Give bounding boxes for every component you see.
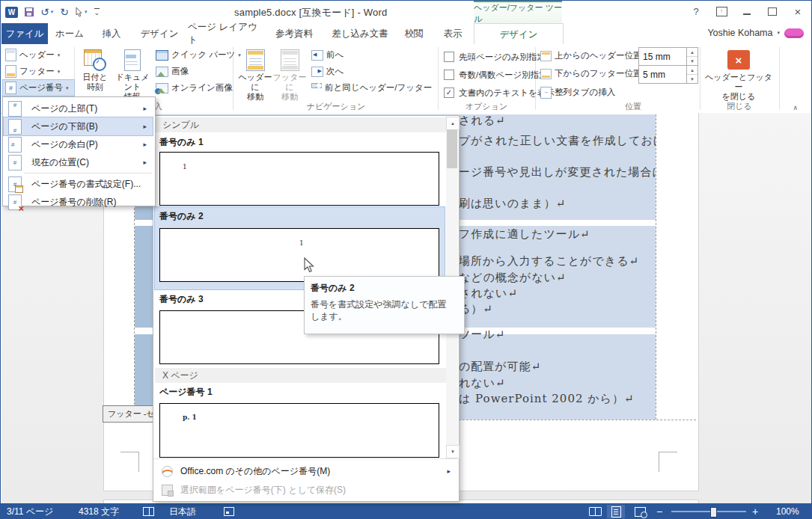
save-button[interactable]	[25, 7, 34, 16]
footer-position-spinner[interactable]: 5 mm ▲ ▼	[638, 65, 698, 84]
menu-item-top-of-page[interactable]: ページの上部(T) ▸	[4, 99, 153, 117]
header-position-spinner[interactable]: 15 mm ▲ ▼	[638, 47, 698, 66]
tab-mailings[interactable]: 差し込み文書	[326, 23, 394, 44]
tab-view[interactable]: 表示	[433, 23, 472, 44]
goto-header-button[interactable]: ヘッダーに 移動	[237, 46, 273, 108]
different-first-page-checkbox[interactable]: 先頭ページのみ別指定	[444, 50, 546, 64]
menu-item-label: ページ番号の削除(R)	[31, 196, 117, 209]
tab-design[interactable]: デザイン	[134, 23, 185, 44]
checkbox-unchecked[interactable]	[444, 70, 454, 80]
zoom-out-button[interactable]: −	[656, 503, 662, 519]
menu-item-remove-page-numbers[interactable]: ページ番号の削除(R)	[4, 193, 153, 211]
menu-item-page-margins[interactable]: ページの余白(P) ▸	[4, 135, 153, 153]
gallery-more-from-office[interactable]: Office.com のその他のページ番号(M) ▸	[154, 463, 457, 479]
tab-hf-design-active[interactable]: デザイン	[474, 23, 564, 45]
spin-down-icon[interactable]: ▼	[687, 57, 697, 65]
page-indicator[interactable]: 3/11 ページ	[7, 503, 53, 519]
spin-up-icon[interactable]: ▲	[687, 66, 697, 75]
zoom-in-button[interactable]: +	[752, 503, 758, 519]
undo-button[interactable]: ↺▾	[40, 6, 53, 18]
goto-header-icon	[246, 49, 265, 71]
word-count[interactable]: 4318 文字	[79, 503, 119, 519]
scroll-up-button[interactable]: ▲	[446, 117, 460, 130]
gallery-item1-preview[interactable]: 1	[159, 152, 439, 206]
footer-position-value[interactable]: 5 mm	[639, 70, 686, 80]
header-position-value[interactable]: 15 mm	[639, 52, 686, 62]
spin-down-icon[interactable]: ▼	[687, 75, 697, 83]
document-text-line: ツール↵	[459, 328, 656, 343]
gallery-item4-preview[interactable]: p. 1	[159, 403, 439, 458]
checkbox-unchecked[interactable]	[444, 52, 454, 62]
header-position-icon	[540, 51, 552, 61]
spinner-arrows[interactable]: ▲ ▼	[686, 66, 697, 83]
language-indicator[interactable]: 日本語	[169, 503, 196, 519]
margin-crop-mark-right	[659, 452, 677, 472]
checkbox-checked[interactable]: ✓	[444, 87, 454, 98]
tab-review[interactable]: 校閲	[397, 23, 430, 44]
link-to-previous-icon	[311, 83, 322, 93]
zoom-slider-track[interactable]	[671, 511, 746, 512]
collapse-ribbon-button[interactable]: ∧	[793, 104, 798, 111]
tab-file[interactable]: ファイル	[1, 23, 48, 44]
user-account[interactable]: Yoshie Kohama ▾	[707, 28, 804, 38]
footer-section-tag: フッター -セ	[103, 405, 159, 423]
zoom-level[interactable]: 100%	[776, 503, 799, 519]
gallery-item2-preview[interactable]: 1	[159, 228, 439, 282]
date-time-icon	[84, 49, 106, 71]
touch-dropdown-arrow: ▾	[85, 9, 88, 15]
insert-alignment-tab-button[interactable]: 整列タブの挿入	[538, 85, 617, 100]
save-selection-icon	[162, 485, 173, 496]
menu-item-current-position[interactable]: 現在の位置(C) ▸	[4, 153, 153, 171]
spin-up-icon[interactable]: ▲	[687, 48, 697, 57]
header-button[interactable]: ヘッダー ▾	[3, 47, 62, 63]
group-separator	[700, 47, 700, 110]
tab-references[interactable]: 参考資料	[266, 23, 323, 44]
menu-item-format-page-numbers[interactable]: ページ番号の書式設定(F)...	[4, 175, 153, 193]
scroll-down-button[interactable]: ▼	[446, 445, 460, 458]
different-odd-even-checkbox[interactable]: 奇数/偶数ページ別指定	[444, 68, 548, 82]
submenu-arrow-icon: ▸	[143, 141, 147, 148]
close-header-footer-button[interactable]: × ヘッダーとフッター を閉じる	[703, 46, 775, 108]
menu-item-label: ページの下部(B)	[31, 120, 98, 133]
footer-button[interactable]: フッター ▾	[3, 64, 62, 79]
window-controls: ? ↑ ×	[687, 4, 807, 19]
redo-button[interactable]: ↻	[60, 6, 69, 18]
previous-label: 前へ	[326, 49, 344, 61]
help-button[interactable]: ?	[687, 4, 705, 19]
page-number-button[interactable]: ページ番号 ▾	[3, 80, 74, 96]
tab-page-layout[interactable]: ページ レイアウト	[188, 23, 263, 44]
maximize-button[interactable]	[763, 4, 781, 19]
proofing-status[interactable]	[143, 503, 154, 519]
tab-insert[interactable]: 挿入	[92, 23, 131, 44]
minimize-button[interactable]	[738, 4, 756, 19]
pictures-button[interactable]: 画像	[153, 64, 191, 79]
undo-dropdown-arrow[interactable]: ▾	[51, 9, 54, 15]
zoom-slider-thumb[interactable]	[710, 507, 717, 518]
margin-crop-mark-left	[120, 452, 139, 472]
print-layout-button[interactable]	[607, 505, 625, 518]
spinner-arrows[interactable]: ▲ ▼	[686, 48, 697, 65]
touch-mode-button[interactable]: ▾	[76, 7, 88, 17]
minimize-icon	[743, 13, 751, 15]
ribbon-display-options-button[interactable]: ↑	[712, 4, 730, 19]
macro-recorder[interactable]	[224, 503, 234, 519]
link-to-previous-button[interactable]: 前と同じヘッダー/フッター	[309, 80, 434, 96]
read-mode-button[interactable]	[586, 505, 604, 518]
menu-item-bottom-of-page[interactable]: ページの下部(B) ▸	[4, 117, 153, 135]
quick-parts-button[interactable]: クイック パーツ ▾	[153, 47, 243, 63]
touch-pointer-icon	[76, 7, 83, 17]
format-page-numbers-icon	[8, 176, 22, 192]
previous-button[interactable]: 前へ	[309, 47, 346, 63]
web-layout-button[interactable]	[631, 505, 649, 518]
next-button[interactable]: 次へ	[309, 64, 346, 79]
group-label-navigation: ナビゲーション	[291, 101, 381, 111]
date-time-label2: 時刻	[87, 82, 103, 92]
online-pictures-button[interactable]: オンライン画像	[153, 80, 235, 96]
tab-home[interactable]: ホーム	[50, 23, 89, 44]
customize-qat-button[interactable]: ⌄	[94, 8, 100, 16]
ribbon-tab-row: ファイル ホーム 挿入 デザイン ページ レイアウト 参考資料 差し込み文書 校…	[1, 23, 811, 44]
close-window-button[interactable]: ×	[789, 4, 807, 19]
document-text-line: 場所から入力することができる↵	[459, 254, 656, 269]
gallery-tooltip: 番号のみ 2 番号を書式設定や強調なしで配置します。	[304, 276, 465, 334]
scrollbar-thumb[interactable]	[447, 129, 457, 168]
